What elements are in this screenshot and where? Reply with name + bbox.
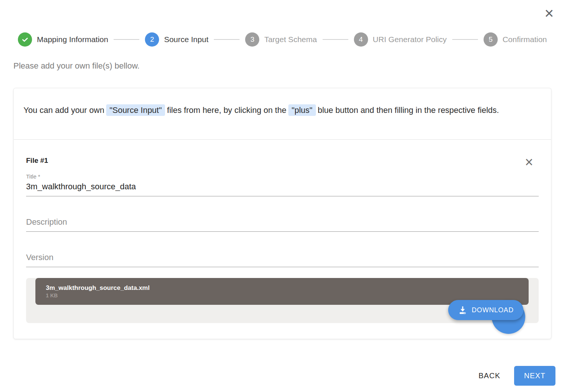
file-heading: File #1 [26,156,48,165]
check-icon [21,36,29,43]
step-label: URI Generator Policy [373,35,447,44]
info-section: You can add your own"Source Input"files … [14,88,551,139]
step-uri-generator-policy[interactable]: 4 URI Generator Policy [354,32,447,47]
info-text-part3: blue button and then filling in the resp… [318,105,499,115]
download-icon [458,305,468,315]
back-button[interactable]: BACK [477,369,502,383]
info-text: You can add your own"Source Input"files … [23,103,519,117]
step-number-circle: 2 [145,32,159,47]
page-subtitle: Please add your own file(s) bellow. [13,61,567,71]
step-target-schema[interactable]: 3 Target Schema [245,32,317,47]
download-button[interactable]: DOWNLOAD [448,300,523,320]
step-label: Target Schema [264,35,317,44]
file-entry-header: File #1 × [26,156,539,170]
source-input-highlight: "Source Input" [106,104,165,116]
title-input[interactable] [26,180,539,196]
step-number: 4 [359,35,363,44]
wizard-stepper: Mapping Information 2 Source Input 3 Tar… [0,32,567,47]
close-icon: × [545,4,554,22]
remove-file-button[interactable]: × [522,155,536,170]
version-input[interactable] [26,250,539,267]
file-dropzone: 3m_walkthrough_source_data.xml 1 KB DOWN… [26,278,539,323]
uploaded-file-name: 3m_walkthrough_source_data.xml [46,284,529,292]
step-confirmation[interactable]: 5 Confirmation [484,32,547,47]
step-completed-circle [18,32,32,47]
wizard-footer: BACK NEXT [477,366,555,386]
step-connector [214,39,240,40]
step-mapping-information[interactable]: Mapping Information [18,32,108,47]
step-label: Source Input [164,35,208,44]
step-number-circle: 3 [245,32,259,47]
source-input-card: You can add your own"Source Input"files … [13,88,551,339]
title-field-label: Title * [26,173,539,180]
file-entry-section: File #1 × Title * 3m_walkthrough_source_… [14,140,551,339]
plus-highlight: "plus" [288,104,316,116]
step-connector [452,39,478,40]
step-number: 5 [489,35,493,44]
step-number-circle: 4 [354,32,368,47]
step-connector [323,39,348,40]
close-icon: × [525,154,533,170]
uploaded-file-size: 1 KB [46,292,529,299]
description-input[interactable] [26,215,539,232]
step-label: Confirmation [503,35,547,44]
info-text-part1: You can add your own [23,105,104,115]
next-button[interactable]: NEXT [514,366,555,386]
step-source-input[interactable]: 2 Source Input [145,32,208,47]
step-label: Mapping Information [37,35,108,44]
step-connector [114,39,139,40]
info-text-part2: files from here, by clicking on the [167,105,286,115]
dialog-close-button[interactable]: × [541,5,557,22]
download-label: DOWNLOAD [472,306,513,314]
step-number: 3 [250,35,254,44]
step-number-circle: 5 [484,32,498,47]
step-number: 2 [150,35,154,44]
